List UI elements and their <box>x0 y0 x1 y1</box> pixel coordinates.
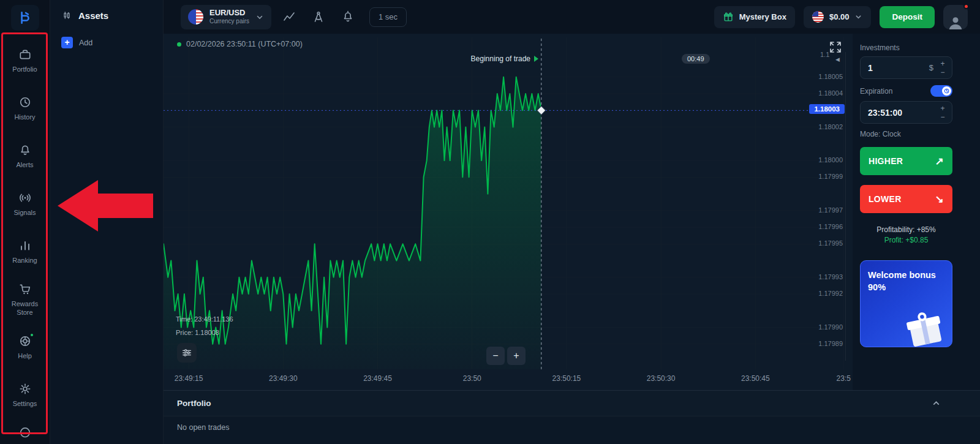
indicators-button[interactable] <box>336 6 360 29</box>
welcome-bonus-banner[interactable]: Welcome bonus 90% <box>860 260 952 347</box>
chart-area[interactable]: 02/02/2026 23:50:11 (UTC+07:00) Beginnin… <box>164 34 853 390</box>
pair-name: EUR/USD <box>209 9 249 18</box>
expiration-input[interactable] <box>868 108 938 118</box>
indicators-icon <box>341 10 355 24</box>
chevron-down-icon <box>854 13 862 21</box>
plus-icon: + <box>61 37 73 48</box>
zoom-in-button[interactable]: + <box>507 347 526 365</box>
y-axis-label: 1.18005 <box>818 73 843 80</box>
x-axis-label: 23:50:15 <box>552 374 581 383</box>
mode-label: Mode: Clock <box>860 130 952 138</box>
sidebar-item-label: Ranking <box>12 257 37 265</box>
avatar[interactable] <box>943 5 968 29</box>
sidebar-item-history[interactable]: History <box>0 85 50 132</box>
sidebar-item-partial[interactable] <box>0 419 50 443</box>
beginning-of-trade-label: Beginning of trade <box>164 55 538 63</box>
bonus-percent: 90% <box>868 282 944 294</box>
scroll-left-marker[interactable]: ◀ <box>835 56 840 62</box>
us-flag-icon <box>812 11 824 23</box>
profit-label: Profit: +$0.85 <box>860 236 952 244</box>
y-axis-label: 1.18002 <box>818 123 843 130</box>
sidebar-item-portfolio[interactable]: Portfolio <box>0 37 50 85</box>
chevron-down-icon <box>255 13 264 21</box>
x-axis-label: 23:50 <box>463 374 481 383</box>
price-chart[interactable] <box>164 34 853 390</box>
increase-expiration-button[interactable]: + <box>938 104 947 113</box>
add-asset-button[interactable]: + Add <box>61 37 152 48</box>
chevron-up-icon[interactable] <box>932 399 941 408</box>
assets-icon <box>61 10 72 21</box>
sidebar-item-rewards-store[interactable]: Rewards Store <box>0 276 50 323</box>
expiration-stepper: + − <box>938 104 947 121</box>
sidebar-item-settings[interactable]: Settings <box>0 371 50 419</box>
account-selector[interactable]: $0.00 <box>804 6 872 28</box>
sidebar-item-signals[interactable]: Signals <box>0 180 50 228</box>
portfolio-panel-header[interactable]: Portfolio <box>164 391 980 416</box>
x-axis-label: 23:50:30 <box>647 374 676 383</box>
x-axis-label: 23:49:45 <box>363 374 392 383</box>
trade-panel: Investments $ + − Expiration <box>853 34 980 390</box>
chart-timestamp: 02/02/2026 23:50:11 (UTC+07:00) <box>177 40 303 48</box>
zoom-out-button[interactable]: − <box>486 347 505 365</box>
sidebar-item-alerts[interactable]: Alerts <box>0 132 50 180</box>
sidebar-item-help[interactable]: Help <box>0 323 50 371</box>
portfolio-title: Portfolio <box>177 399 211 408</box>
fullscreen-button[interactable] <box>827 39 844 56</box>
chart-type-button[interactable] <box>277 6 301 29</box>
expiration-toggle[interactable] <box>930 85 952 97</box>
axis-rail <box>845 52 846 361</box>
investment-input[interactable] <box>868 63 929 73</box>
sidebar-item-ranking[interactable]: Ranking <box>0 228 50 276</box>
y-axis-label: 1.17993 <box>818 273 843 280</box>
x-axis-label: 23:49:15 <box>175 374 203 383</box>
chart-type-icon <box>282 10 296 24</box>
sidebar-item-label: Rewards Store <box>5 300 45 317</box>
drawing-tools-button[interactable] <box>307 6 330 29</box>
timeframe-label: 1 sec <box>379 12 398 21</box>
mystery-box-label: Mystery Box <box>739 12 786 21</box>
drawing-tools-icon <box>312 10 325 24</box>
gift-box-icon <box>899 306 951 347</box>
sidebar: Portfolio History Alerts Signals Ranking <box>0 0 50 444</box>
lower-button[interactable]: LOWER ↘ <box>860 185 952 213</box>
app-logo[interactable] <box>11 5 39 31</box>
portfolio-empty-state: No open trades <box>164 416 980 438</box>
profitability-label: Profitability: +85% <box>860 225 952 234</box>
currency-pair-selector[interactable]: EUR/USD Currency pairs <box>181 5 271 29</box>
zoom-controls: − + <box>486 347 526 365</box>
play-triangle-icon <box>534 56 538 62</box>
countdown-badge: 00:49 <box>682 54 710 64</box>
mystery-box-button[interactable]: Mystery Box <box>714 6 795 28</box>
live-dot-icon <box>177 42 181 47</box>
y-axis-label: 1.17997 <box>818 206 843 214</box>
increase-investment-button[interactable]: + <box>938 59 947 68</box>
expiration-label: Expiration <box>860 87 892 96</box>
bar-chart-icon <box>18 239 32 252</box>
decrease-expiration-button[interactable]: − <box>938 113 947 121</box>
deposit-button[interactable]: Deposit <box>880 6 935 28</box>
chat-icon <box>18 424 32 438</box>
chart-settings-button[interactable] <box>177 343 197 363</box>
briefcase-icon <box>18 48 32 61</box>
y-axis-label: 1.18004 <box>818 89 843 97</box>
decrease-investment-button[interactable]: − <box>938 68 947 77</box>
expiration-input-box: + − <box>860 101 952 124</box>
toggle-knob-clock-icon <box>942 86 951 96</box>
higher-button[interactable]: HIGHER ↗ <box>860 147 952 175</box>
investment-stepper: + − <box>938 59 947 77</box>
portfolio-panel: Portfolio No open trades <box>164 390 980 444</box>
y-axis-label: 1.17990 <box>818 323 843 331</box>
sidebar-item-label: History <box>14 113 35 122</box>
sidebar-item-label: Help <box>18 352 32 361</box>
crosshair-price-label: Price: 1.18008 <box>176 329 219 336</box>
investment-input-box: $ + − <box>860 56 952 79</box>
topbar: EUR/USD Currency pairs 1 sec Myste <box>164 0 980 34</box>
arrow-down-right-icon: ↘ <box>935 193 944 206</box>
online-status-dot <box>29 333 34 337</box>
balance-amount: $0.00 <box>829 12 850 21</box>
cart-icon <box>18 282 32 296</box>
expiration-row: Expiration <box>860 85 952 97</box>
y-axis-label: 1.17989 <box>818 340 843 347</box>
timeframe-selector[interactable]: 1 sec <box>369 7 407 27</box>
user-icon <box>948 15 963 29</box>
